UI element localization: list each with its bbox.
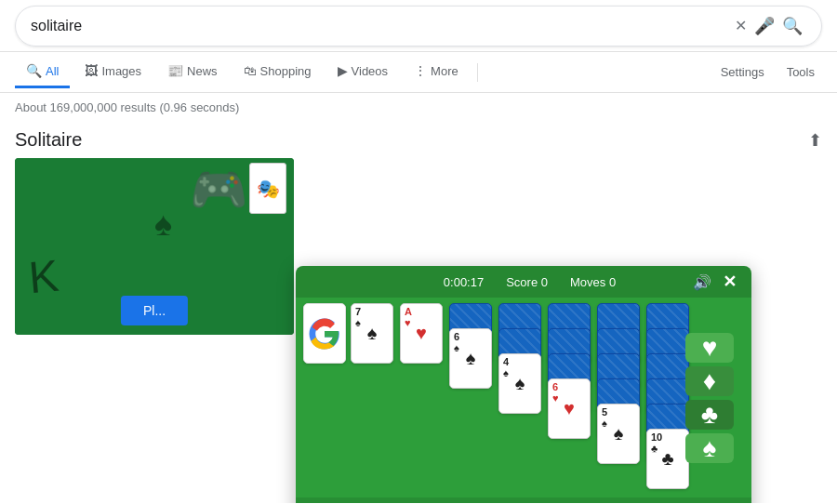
game-play-area: 7♠ ♠ A♥ ♥ 6♠ ♠ bbox=[296, 298, 751, 496]
foundation-diamond[interactable]: ♦ bbox=[685, 366, 734, 396]
tableau-col-5: 6♥ ♥ bbox=[548, 303, 592, 489]
card-a-heart[interactable]: A♥ ♥ bbox=[400, 303, 443, 364]
close-game-button[interactable]: ✕ bbox=[723, 272, 737, 292]
tableau-area: 7♠ ♠ A♥ ♥ 6♠ ♠ bbox=[303, 303, 691, 489]
game-overlay: 0:00:17 Score 0 Moves 0 🔊 ✕ bbox=[296, 266, 751, 503]
nav-right: Settings Tools bbox=[713, 58, 822, 86]
tableau-col-6: 5♠ ♠ bbox=[597, 303, 642, 489]
tab-videos[interactable]: ▶ Videos bbox=[326, 56, 400, 88]
tab-news[interactable]: 📰 News bbox=[156, 56, 229, 88]
tableau-col-1: 7♠ ♠ bbox=[351, 303, 395, 489]
stock-pile[interactable] bbox=[303, 303, 346, 364]
search-input-wrapper: ✕ 🎤 🔍 bbox=[15, 6, 822, 46]
tools-link[interactable]: Tools bbox=[779, 58, 822, 86]
tab-all[interactable]: 🔍 All bbox=[15, 56, 70, 88]
character-card: 🎭 bbox=[249, 163, 286, 214]
all-icon: 🔍 bbox=[26, 63, 42, 78]
news-icon: 📰 bbox=[167, 63, 183, 78]
solitaire-title: Solitaire ⬆ bbox=[15, 129, 822, 151]
nav-separator bbox=[477, 63, 478, 82]
google-logo bbox=[308, 317, 341, 351]
settings-link[interactable]: Settings bbox=[713, 58, 772, 86]
videos-icon: ▶ bbox=[338, 63, 348, 78]
game-header-center: 0:00:17 Score 0 Moves 0 bbox=[444, 275, 616, 289]
score-display: Score 0 bbox=[506, 275, 548, 289]
bg-spade: ♠ bbox=[154, 205, 172, 244]
card-5-spade[interactable]: 5♠ ♠ bbox=[597, 404, 640, 464]
tableau-col-2: A♥ ♥ bbox=[400, 303, 445, 489]
tab-shopping[interactable]: 🛍 Shopping bbox=[232, 56, 323, 88]
tab-images[interactable]: 🖼 Images bbox=[73, 56, 153, 88]
timer: 0:00:17 bbox=[444, 275, 484, 289]
game-header-right: 🔊 ✕ bbox=[693, 272, 737, 292]
images-icon: 🖼 bbox=[85, 63, 98, 78]
search-input[interactable] bbox=[31, 18, 731, 34]
game-footer: ↩ UNDO ★ NEW bbox=[296, 497, 751, 503]
more-icon: ⋮ bbox=[414, 63, 427, 78]
tableau-col-4: 4♠ ♠ bbox=[498, 303, 543, 489]
game-header: 0:00:17 Score 0 Moves 0 🔊 ✕ bbox=[296, 266, 751, 298]
search-button[interactable]: 🔍 bbox=[778, 12, 806, 40]
card-4-spade[interactable]: 4♠ ♠ bbox=[498, 353, 541, 414]
card-6-spade[interactable]: 6♠ ♠ bbox=[449, 328, 492, 389]
bg-card-k: K bbox=[27, 250, 61, 304]
results-info: About 169,000,000 results (0.96 seconds) bbox=[0, 93, 837, 122]
volume-button[interactable]: 🔊 bbox=[693, 273, 711, 291]
bg-character: 🎮 bbox=[190, 163, 247, 217]
play-button[interactable]: Pl... bbox=[121, 296, 188, 325]
foundation-spade[interactable]: ♠ bbox=[685, 433, 734, 463]
main-content: Solitaire ⬆ 🎮 K ♠ 🎭 Pl... bbox=[0, 122, 837, 503]
clear-button[interactable]: ✕ bbox=[731, 13, 751, 38]
foundation-heart[interactable]: ♥ bbox=[685, 333, 734, 363]
game-preview-image: 🎮 K ♠ 🎭 Pl... bbox=[15, 158, 294, 335]
card-6-heart[interactable]: 6♥ ♥ bbox=[548, 378, 591, 439]
tableau-col-3: 6♠ ♠ bbox=[449, 303, 494, 489]
nav-tabs: 🔍 All 🖼 Images 📰 News 🛍 Shopping ▶ Video… bbox=[0, 52, 837, 93]
mic-button[interactable]: 🎤 bbox=[751, 12, 778, 40]
card-7-spade[interactable]: 7♠ ♠ bbox=[351, 303, 393, 364]
search-bar: ✕ 🎤 🔍 bbox=[0, 0, 837, 52]
share-icon[interactable]: ⬆ bbox=[808, 130, 822, 151]
foundation-club[interactable]: ♣ bbox=[685, 400, 734, 430]
moves-display: Moves 0 bbox=[570, 275, 616, 289]
shopping-icon: 🛍 bbox=[244, 63, 257, 78]
foundation-sidebar: ♥ ♦ ♣ ♠ bbox=[671, 333, 748, 462]
tab-more[interactable]: ⋮ More bbox=[403, 56, 470, 88]
play-button-area: Pl... bbox=[121, 296, 188, 325]
